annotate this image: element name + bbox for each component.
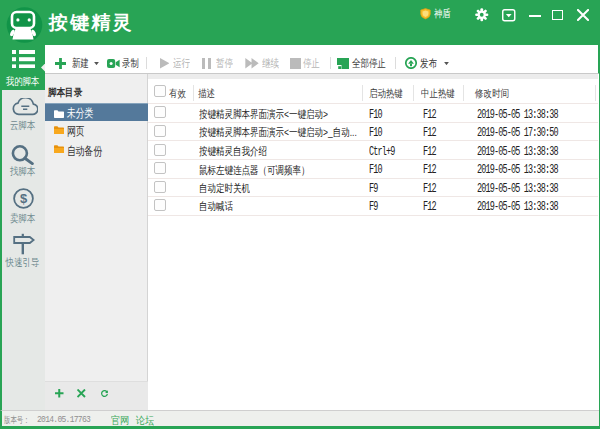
svg-text:$: $: [20, 191, 28, 206]
